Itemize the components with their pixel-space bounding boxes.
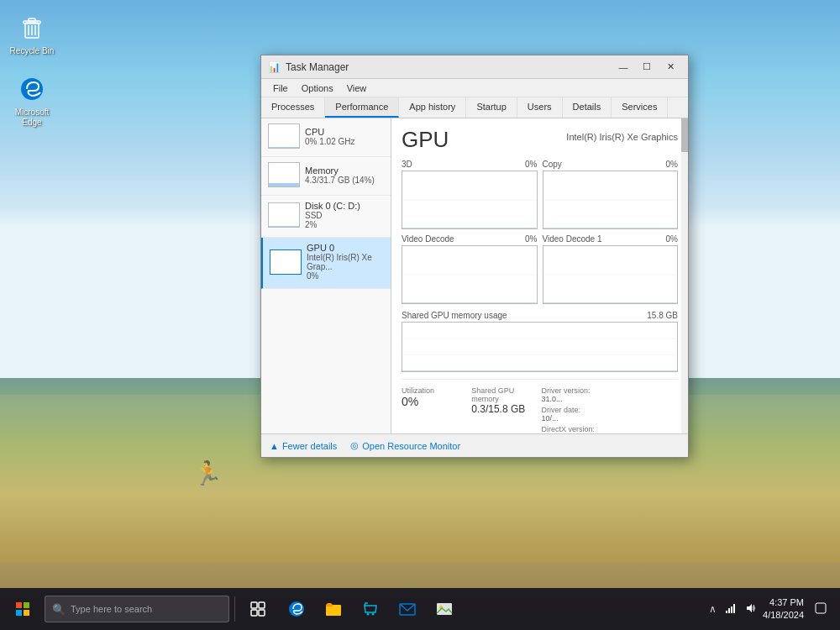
clock-date: 4/18/2024 <box>763 609 804 622</box>
open-resource-monitor-link[interactable]: ◎ Open Resource Monitor <box>350 440 460 451</box>
taskbar-store[interactable] <box>353 591 388 627</box>
network-icon[interactable] <box>722 601 739 618</box>
maximize-button[interactable]: ☐ <box>636 59 658 76</box>
menu-options[interactable]: Options <box>295 81 340 95</box>
gpu-name: Intel(R) Iris(R) Xe Graphics <box>566 127 678 142</box>
clock-time: 4:37 PM <box>763 596 804 609</box>
stat-utilization-value: 0% <box>402 395 468 408</box>
gpu-copy-graph <box>543 171 679 229</box>
cpu-text: CPU 0% 1.02 GHz <box>305 127 384 146</box>
stat-shared-memory-label: Shared GPU memory <box>471 386 538 403</box>
gpu-header: GPU 0 Intel(R) Iris(R) Xe Grap... 0% <box>270 243 384 281</box>
gpu-shared-memory-section: Shared GPU memory usage 15.8 GB <box>402 311 678 372</box>
taskbar-edge[interactable] <box>279 591 314 627</box>
titlebar: 📊 Task Manager — ☐ ✕ <box>261 55 688 79</box>
cpu-value: 0% 1.02 GHz <box>305 137 384 146</box>
sidebar-memory[interactable]: Memory 4.3/31.7 GB (14%) <box>261 157 391 196</box>
close-button[interactable]: ✕ <box>659 59 681 76</box>
task-manager-window: 📊 Task Manager — ☐ ✕ File Options View P… <box>260 55 689 458</box>
tab-users[interactable]: Users <box>517 97 563 118</box>
tab-services[interactable]: Services <box>612 97 668 118</box>
memory-text: Memory 4.3/31.7 GB (14%) <box>305 165 384 185</box>
sidebar-disk[interactable]: Disk 0 (C: D:) SSD 2% <box>261 196 391 238</box>
edge-taskbar-icon <box>287 600 306 618</box>
task-manager-footer: ▲ Fewer details ◎ Open Resource Monitor <box>261 433 688 457</box>
gpu-videodecode-graph <box>402 245 538 304</box>
scrollbar[interactable] <box>681 118 688 433</box>
gpu-title: GPU <box>402 127 449 153</box>
mail-taskbar-icon <box>398 600 417 618</box>
svg-rect-23 <box>24 610 29 616</box>
gpu-graphs-grid: 3D 0% <box>402 160 678 304</box>
volume-icon[interactable] <box>743 601 759 618</box>
gpu-sidebar-graph <box>270 249 302 275</box>
tm-title: Task Manager <box>286 61 612 73</box>
gpu-copy-container: Copy 0% <box>543 160 679 229</box>
gpu-sidebar-subname: Intel(R) Iris(R) Xe Grap... <box>307 253 384 271</box>
stat-utilization: Utilization 0% <box>402 386 468 433</box>
window-controls: — ☐ ✕ <box>612 59 681 76</box>
gpu-shared-graph <box>402 322 678 372</box>
start-button[interactable] <box>4 591 41 627</box>
svg-rect-37 <box>731 606 732 613</box>
cpu-graph-fill <box>269 147 299 148</box>
tab-details[interactable]: Details <box>563 97 612 118</box>
stat-utilization-label: Utilization <box>402 386 468 395</box>
disk-value: 2% <box>305 220 384 229</box>
gpu-videodecode1-graph <box>543 245 679 304</box>
disk-text: Disk 0 (C: D:) SSD 2% <box>305 201 384 229</box>
taskbar-explorer[interactable] <box>316 591 351 627</box>
svg-rect-22 <box>16 610 22 616</box>
system-tray: ∧ 4:37 PM 4/18/2024 <box>706 596 836 622</box>
edge-desktop-icon[interactable]: MicrosoftEdge <box>7 74 57 128</box>
scroll-thumb[interactable] <box>681 118 688 152</box>
recycle-bin-icon[interactable]: Recycle Bin <box>7 13 57 56</box>
stat-driver-version-label: Driver version: <box>542 386 608 395</box>
svg-rect-27 <box>259 610 265 616</box>
sidebar-gpu[interactable]: GPU 0 Intel(R) Iris(R) Xe Grap... 0% <box>261 238 391 289</box>
menu-view[interactable]: View <box>340 81 374 95</box>
svg-rect-24 <box>251 602 257 608</box>
resource-monitor-icon: ◎ <box>350 440 359 451</box>
system-clock[interactable]: 4:37 PM 4/18/2024 <box>763 596 809 622</box>
performance-sidebar: CPU 0% 1.02 GHz Memory 4.3/31.7 GB (14%) <box>261 118 391 433</box>
gpu-panel-header: GPU Intel(R) Iris(R) Xe Graphics <box>402 127 678 153</box>
cpu-label: CPU <box>305 127 384 137</box>
disk-header: Disk 0 (C: D:) SSD 2% <box>268 201 384 229</box>
minimize-button[interactable]: — <box>612 59 634 76</box>
memory-graph-fill <box>269 183 299 186</box>
store-taskbar-icon <box>361 600 380 618</box>
tab-app-history[interactable]: App history <box>399 97 466 118</box>
search-bar[interactable]: 🔍 <box>45 596 229 622</box>
svg-rect-25 <box>259 602 265 608</box>
gpu-sidebar-label: GPU 0 <box>307 243 384 253</box>
menu-bar: File Options View <box>261 79 688 97</box>
gpu-3d-graph <box>402 171 538 229</box>
tab-processes[interactable]: Processes <box>261 97 325 118</box>
gpu-videodecode-container: Video Decode 0% <box>402 234 538 304</box>
taskbar-photos[interactable] <box>427 591 462 627</box>
desktop: Recycle Bin MicrosoftEdge 🏃 📊 Task Manag… <box>0 0 840 630</box>
search-input[interactable] <box>71 604 222 614</box>
notification-icon[interactable] <box>812 601 829 618</box>
gpu-sidebar-value: 0% <box>307 271 384 281</box>
stat-driver-version-value: 31.0... <box>542 395 608 403</box>
tab-startup[interactable]: Startup <box>466 97 517 118</box>
sidebar-cpu[interactable]: CPU 0% 1.02 GHz <box>261 118 391 157</box>
disk-graph <box>268 202 300 228</box>
task-view-button[interactable] <box>240 591 276 627</box>
gpu-sidebar-text: GPU 0 Intel(R) Iris(R) Xe Grap... 0% <box>307 243 384 281</box>
search-icon: 🔍 <box>52 603 66 616</box>
fewer-details-link[interactable]: ▲ Fewer details <box>270 441 337 451</box>
svg-rect-33 <box>437 603 452 615</box>
gpu-stats: Utilization 0% Shared GPU memory 0.3/15.… <box>402 379 678 433</box>
stat-dx-label: DirectX version: <box>542 425 608 433</box>
svg-rect-26 <box>251 610 257 616</box>
svg-rect-21 <box>24 602 29 608</box>
taskbar-mail[interactable] <box>390 591 425 627</box>
tab-performance[interactable]: Performance <box>325 97 399 118</box>
chevron-up-icon[interactable]: ∧ <box>706 601 719 617</box>
taskbar-apps <box>279 591 462 627</box>
menu-file[interactable]: File <box>266 81 295 95</box>
photos-taskbar-icon <box>435 600 454 618</box>
